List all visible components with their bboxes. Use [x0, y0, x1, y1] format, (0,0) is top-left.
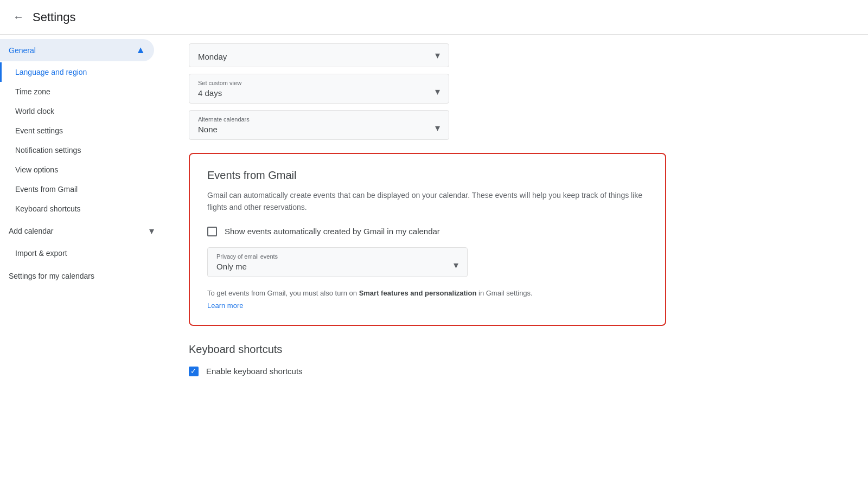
enable-keyboard-shortcuts-row: Enable keyboard shortcuts — [189, 367, 666, 376]
sidebar-item-import-export[interactable]: Import & export — [0, 243, 154, 263]
sidebar-item-time-zone-label: Time zone — [15, 87, 50, 96]
privacy-dropdown-value: Only me — [216, 262, 247, 271]
custom-view-label: Set custom view — [198, 80, 241, 86]
dropdown-section: Monday ▾ Set custom view 4 days ▾ Altern… — [189, 43, 842, 140]
sidebar-item-event-settings[interactable]: Event settings — [0, 121, 154, 140]
sidebar-item-keyboard-shortcuts[interactable]: Keyboard shortcuts — [0, 199, 154, 219]
custom-view-dropdown[interactable]: Set custom view 4 days ▾ — [189, 74, 449, 104]
sidebar: General ▲ Language and region Time zone … — [0, 35, 163, 488]
sidebar-item-world-clock-label: World clock — [15, 107, 54, 115]
show-gmail-events-checkbox[interactable] — [207, 227, 217, 236]
smart-features-suffix: in Gmail settings. — [478, 289, 533, 297]
alternate-cal-arrow: ▾ — [435, 122, 440, 134]
sidebar-item-notification-settings-label: Notification settings — [15, 146, 81, 155]
enable-keyboard-shortcuts-label: Enable keyboard shortcuts — [206, 367, 303, 376]
alternate-calendar-dropdown[interactable]: Alternate calendars None ▾ — [189, 110, 449, 140]
sidebar-item-import-export-label: Import & export — [15, 249, 67, 258]
sidebar-add-calendar-label: Add calendar — [9, 227, 54, 235]
sidebar-item-language-region-label: Language and region — [15, 68, 87, 76]
enable-keyboard-shortcuts-checkbox[interactable] — [189, 367, 199, 376]
alternate-cal-value: None — [198, 125, 218, 134]
sidebar-item-keyboard-shortcuts-label: Keyboard shortcuts — [15, 204, 81, 213]
main-layout: General ▲ Language and region Time zone … — [0, 35, 868, 488]
sidebar-item-time-zone[interactable]: Time zone — [0, 82, 154, 101]
page-title: Settings — [33, 10, 76, 24]
start-week-dropdown[interactable]: Monday ▾ — [189, 43, 449, 67]
sidebar-item-view-options[interactable]: View options — [0, 160, 154, 179]
main-content: Monday ▾ Set custom view 4 days ▾ Altern… — [163, 35, 868, 488]
sidebar-item-world-clock[interactable]: World clock — [0, 101, 154, 121]
gmail-section-title: Events from Gmail — [207, 169, 648, 182]
events-from-gmail-section: Events from Gmail Gmail can automaticall… — [189, 153, 666, 326]
privacy-dropdown-arrow: ▾ — [454, 259, 458, 271]
sidebar-general-section[interactable]: General ▲ — [0, 39, 154, 61]
sidebar-item-view-options-label: View options — [15, 165, 58, 174]
sidebar-general-label: General — [9, 46, 36, 55]
smart-features-bold: Smart features and personalization — [359, 289, 477, 297]
sidebar-settings-calendars-label: Settings for my calendars — [9, 272, 94, 280]
sidebar-add-calendar-section[interactable]: Add calendar ▾ — [0, 219, 163, 243]
keyboard-shortcuts-title: Keyboard shortcuts — [189, 343, 666, 356]
smart-features-text: To get events from Gmail, you must also … — [207, 288, 648, 299]
privacy-email-dropdown[interactable]: Privacy of email events Only me ▾ — [207, 247, 468, 277]
sidebar-add-calendar-chevron: ▾ — [149, 225, 154, 237]
smart-features-prefix: To get events from Gmail, you must also … — [207, 289, 357, 297]
sidebar-general-chevron: ▲ — [136, 44, 145, 56]
header: ← Settings — [0, 0, 868, 35]
custom-view-arrow: ▾ — [435, 86, 440, 98]
back-icon: ← — [13, 11, 24, 23]
sidebar-item-events-from-gmail-label: Events from Gmail — [15, 185, 78, 194]
keyboard-shortcuts-section: Keyboard shortcuts Enable keyboard short… — [189, 343, 666, 376]
sidebar-item-event-settings-label: Event settings — [15, 126, 63, 135]
privacy-dropdown-label: Privacy of email events — [216, 253, 278, 260]
gmail-section-description: Gmail can automatically create events th… — [207, 189, 648, 214]
sidebar-settings-calendars: Settings for my calendars — [0, 263, 163, 285]
learn-more-link[interactable]: Learn more — [207, 301, 648, 310]
sidebar-item-notification-settings[interactable]: Notification settings — [0, 140, 154, 160]
back-button[interactable]: ← — [13, 11, 24, 23]
custom-view-value: 4 days — [198, 88, 222, 98]
start-week-arrow: ▾ — [435, 49, 440, 61]
sidebar-item-language-region[interactable]: Language and region — [0, 62, 154, 82]
start-week-value: Monday — [198, 52, 227, 61]
show-gmail-events-label: Show events automatically created by Gma… — [225, 227, 440, 236]
sidebar-item-events-from-gmail[interactable]: Events from Gmail — [0, 179, 154, 199]
alternate-cal-label: Alternate calendars — [198, 116, 250, 123]
show-gmail-events-row: Show events automatically created by Gma… — [207, 227, 648, 236]
